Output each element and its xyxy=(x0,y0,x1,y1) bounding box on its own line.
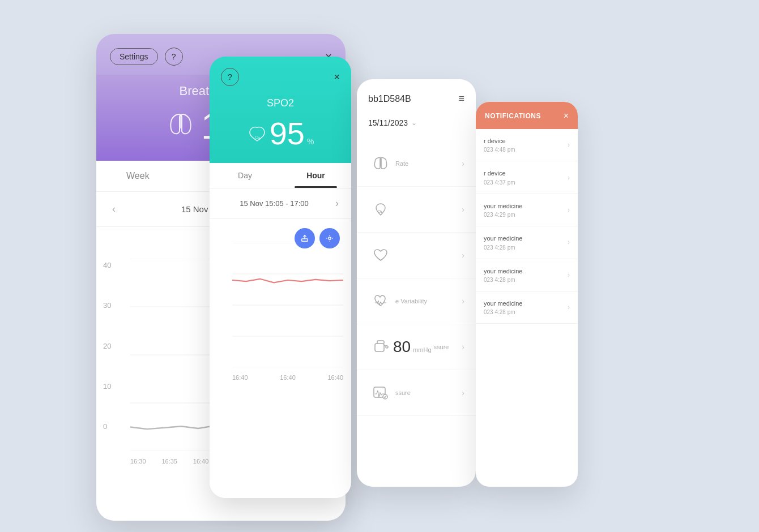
y-label-20: 20 xyxy=(103,342,111,350)
ecg-label: ssure xyxy=(395,389,411,396)
spo2-close-button[interactable]: × xyxy=(334,71,340,83)
metric-item-heart[interactable]: › xyxy=(357,233,476,278)
prev-date-button[interactable]: ‹ xyxy=(108,201,120,217)
spo2-card: ? × SPO2 O₂ 95 % Day Hour 15 Nov 15:05 -… xyxy=(210,57,351,498)
spo2-icon: O₂ xyxy=(247,124,267,148)
notif-item-2[interactable]: r device 023 4:37 pm › xyxy=(476,161,578,194)
heart-icon-wrap xyxy=(368,243,393,268)
metric-item-bp[interactable]: 80 mmHg ssure › xyxy=(357,324,476,370)
bp-value: 80 xyxy=(393,338,411,356)
spo2-tab-hour[interactable]: Hour xyxy=(280,163,351,188)
notif-content-6: your medicine 023 4:28 pm xyxy=(484,299,564,315)
notifications-header: NOTIFICATIONS × xyxy=(476,102,578,129)
spo2-header: ? × xyxy=(210,57,351,93)
breathing-rate-label: Rate xyxy=(395,160,408,167)
notif-text-4: your medicine xyxy=(484,234,564,243)
device-id: bb1D584B xyxy=(368,94,411,104)
svg-text:O₂: O₂ xyxy=(378,209,382,213)
metrics-list: Rate › O₂ › › xyxy=(357,136,476,421)
notif-content-5: your medicine 023 4:28 pm xyxy=(484,267,564,283)
metric-item-breathing[interactable]: Rate › xyxy=(357,141,476,187)
notif-time-2: 023 4:37 pm xyxy=(484,179,564,186)
spo2-value-row: O₂ 95 % xyxy=(221,115,340,152)
notif-content-1: r device 023 4:48 pm xyxy=(484,137,564,153)
spo2-help-button[interactable]: ? xyxy=(221,68,239,86)
spo2-x-3: 16:40 xyxy=(327,374,343,381)
notif-item-6[interactable]: your medicine 023 4:28 pm › xyxy=(476,291,578,324)
spo2-x-1: 16:40 xyxy=(232,374,248,381)
notif-text-2: r device xyxy=(484,169,564,178)
metric-item-hrv[interactable]: e Variability › xyxy=(357,278,476,324)
cards-container: Settings ? × Breathing Rate 12 per min W… xyxy=(96,23,663,509)
notif-arrow-3: › xyxy=(568,206,570,214)
settings-button[interactable]: Settings xyxy=(110,48,158,65)
svg-point-12 xyxy=(329,237,331,239)
notif-arrow-1: › xyxy=(568,141,570,149)
notif-arrow-5: › xyxy=(568,271,570,279)
notif-time-3: 023 4:29 pm xyxy=(484,212,564,218)
tab-week[interactable]: Week xyxy=(96,161,180,191)
spo2-x-2: 16:40 xyxy=(280,374,296,381)
y-label-40: 40 xyxy=(103,261,111,269)
spo2-settings-button[interactable] xyxy=(319,228,340,248)
bp-chevron-icon: › xyxy=(462,342,464,351)
date-chevron-icon[interactable]: ⌄ xyxy=(411,119,417,127)
metrics-date-row: 15/11/2023 ⌄ xyxy=(357,114,476,136)
lungs-icon xyxy=(167,113,194,140)
notif-time-1: 023 4:48 pm xyxy=(484,147,564,153)
hamburger-menu[interactable]: ≡ xyxy=(458,93,464,105)
notif-arrow-4: › xyxy=(568,238,570,246)
spo2-date-range: 15 Nov 15:05 - 17:00 xyxy=(218,199,331,208)
spo2-date-nav: 15 Nov 15:05 - 17:00 › xyxy=(210,188,351,219)
spo2-chart-buttons xyxy=(295,228,340,248)
spo2-value: 95 xyxy=(270,115,305,152)
spo2-share-button[interactable] xyxy=(295,228,315,248)
notif-content-2: r device 023 4:37 pm xyxy=(484,169,564,185)
svg-rect-20 xyxy=(375,344,384,351)
notif-item-1[interactable]: r device 023 4:48 pm › xyxy=(476,129,578,161)
help-button[interactable]: ? xyxy=(165,48,183,66)
hrv-chevron-icon: › xyxy=(462,297,464,306)
svg-point-22 xyxy=(386,346,388,348)
notifications-card: NOTIFICATIONS × r device 023 4:48 pm › r… xyxy=(476,102,578,487)
ecg-icon-wrap xyxy=(368,380,393,405)
breathing-chevron-icon: › xyxy=(462,159,464,168)
metric-item-oxygen[interactable]: O₂ › xyxy=(357,187,476,233)
notif-arrow-2: › xyxy=(568,174,570,182)
bp-icon-wrap xyxy=(368,334,393,359)
svg-rect-11 xyxy=(302,239,308,241)
oxygen-icon-wrap: O₂ xyxy=(368,197,393,222)
x-label-2: 16:35 xyxy=(161,458,177,465)
notif-content-3: your medicine 023 4:29 pm xyxy=(484,202,564,218)
spo2-next-date[interactable]: › xyxy=(331,195,343,212)
ecg-chevron-icon: › xyxy=(462,388,464,397)
bp-unit: mmHg xyxy=(413,346,431,353)
spo2-chart-area: 16:40 16:40 16:40 xyxy=(210,219,351,389)
oxygen-chevron-icon: › xyxy=(462,205,464,214)
notif-item-3[interactable]: your medicine 023 4:29 pm › xyxy=(476,194,578,226)
spo2-chart-svg xyxy=(232,243,343,367)
metrics-date: 15/11/2023 xyxy=(368,118,408,127)
y-label-10: 10 xyxy=(103,382,111,391)
metrics-card: bb1D584B ≡ 15/11/2023 ⌄ Rate › xyxy=(357,79,476,487)
spo2-tabs: Day Hour xyxy=(210,163,351,188)
notif-time-6: 023 4:28 pm xyxy=(484,309,564,315)
notif-text-6: your medicine xyxy=(484,299,564,308)
hrv-icon-wrap xyxy=(368,289,393,314)
notif-text-3: your medicine xyxy=(484,202,564,211)
metric-item-ecg[interactable]: ssure › xyxy=(357,370,476,416)
spo2-x-axis: 16:40 16:40 16:40 xyxy=(232,370,343,381)
notif-time-4: 023 4:28 pm xyxy=(484,244,564,251)
lungs-icon-wrap xyxy=(368,151,393,176)
x-label-1: 16:30 xyxy=(130,458,146,465)
notif-item-5[interactable]: your medicine 023 4:28 pm › xyxy=(476,259,578,291)
x-label-3: 16:40 xyxy=(193,458,209,465)
y-label-30: 30 xyxy=(103,301,111,310)
notif-arrow-6: › xyxy=(568,303,570,311)
notif-item-4[interactable]: your medicine 023 4:28 pm › xyxy=(476,226,578,259)
spo2-tab-day[interactable]: Day xyxy=(210,163,280,188)
y-axis: 40 30 20 10 0 xyxy=(103,261,111,431)
notifications-close-button[interactable]: × xyxy=(564,111,569,121)
notifications-title: NOTIFICATIONS xyxy=(485,112,541,120)
spo2-title-section: SPO2 O₂ 95 % xyxy=(210,93,351,163)
